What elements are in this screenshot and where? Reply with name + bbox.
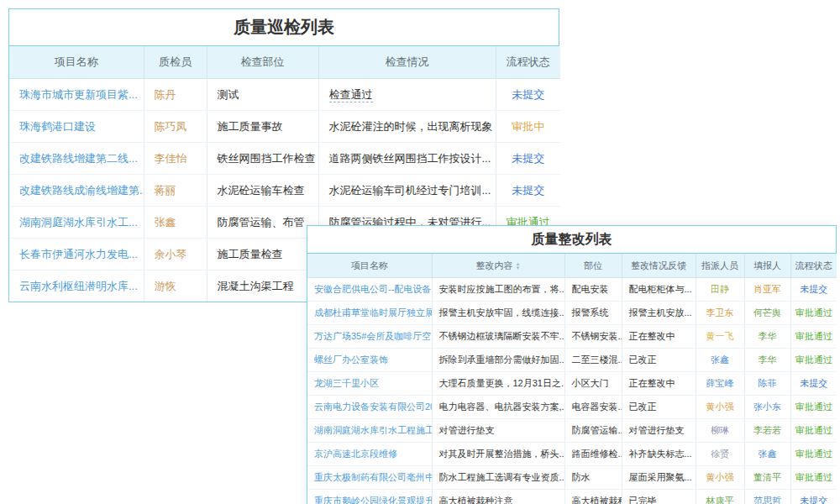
flow-status-cell: 审批通过 <box>790 302 837 325</box>
column-header-label: 流程状态 <box>795 260 832 270</box>
status-badge: 审批通过 <box>795 307 832 318</box>
project-link[interactable]: 云南电力设备安装有限公司20... <box>314 402 432 412</box>
feedback-cell: 正在整改中 <box>622 325 696 349</box>
status-badge: 审批通过 <box>795 354 832 365</box>
project-link[interactable]: 万达广场35#会所及咖啡厅空... <box>314 331 432 341</box>
reporter-cell: 张鑫 <box>744 443 790 466</box>
rectification-row: 重庆太极制药有限公司亳州中...防水工程施工选调有专业资质...防水屋面采用聚氨… <box>307 466 837 490</box>
rectification-row: 螺丝厂办公室装饰拆除到承重墙部分需做好加固...二至三楼混...已改正张鑫李华审… <box>307 349 837 372</box>
project-name-cell: 京沪高速北京段维修 <box>307 443 432 466</box>
assignee-cell: 李卫东 <box>696 302 744 325</box>
reporter-cell: 何芒舆 <box>744 302 790 325</box>
assignee-cell: 林康平 <box>696 490 744 504</box>
rectify-content-cell: 大理石质量更换，12月31日之... <box>432 372 564 396</box>
feedback-cell: 补齐缺失标志... <box>622 443 696 466</box>
part-cell: 高大植被栽种 <box>564 490 622 504</box>
column-header-part: 检查部位 <box>207 46 318 79</box>
rectification-row: 湖南洞庭湖水库引水工程施工1标对管进行垫支防腐管运输...对管进行垫支柳琳李若若… <box>307 419 837 443</box>
rectify-content-cell: 报警主机安放牢固，线缆连接... <box>432 302 564 325</box>
inspection-part-cell: 铁丝网围挡工作检查 <box>207 143 318 175</box>
rectification-row: 成都杜甫草堂临时展厅独立展...报警主机安放牢固，线缆连接...报警系统报警主机… <box>307 302 837 325</box>
inspector-cell: 游恢 <box>144 270 207 302</box>
column-header-label: 项目名称 <box>55 55 98 68</box>
project-link[interactable]: 湖南洞庭湖水库引水工... <box>19 216 138 228</box>
project-link[interactable]: 长春市伊通河水力发电... <box>19 248 138 260</box>
project-link[interactable]: 珠海市城市更新项目紫... <box>19 88 138 101</box>
column-header-status: 流程状态 <box>790 254 837 278</box>
project-name-cell: 改建铁路线增建第二线... <box>9 143 144 175</box>
part-cell: 配电安装 <box>564 278 622 302</box>
project-link[interactable]: 湖南洞庭湖水库引水工程施工1标 <box>314 425 432 435</box>
inspector-cell: 李佳怡 <box>144 143 207 175</box>
inspector-cell: 陈巧凤 <box>144 111 207 143</box>
rectification-row: 云南电力设备安装有限公司20...电力电容器、电抗器安装方案,...电容器安装.… <box>307 396 837 419</box>
project-link[interactable]: 安徽合肥供电公司--配电设备... <box>314 284 432 294</box>
project-name-cell: 螺丝厂办公室装饰 <box>307 349 432 372</box>
project-name-cell: 云南水利枢纽潜明水库... <box>9 270 144 302</box>
part-cell: 电容器安装... <box>564 396 622 419</box>
part-cell: 防水 <box>564 466 622 490</box>
project-link[interactable]: 重庆太极制药有限公司亳州中... <box>314 472 432 482</box>
column-header-part: 部位 <box>564 254 622 278</box>
project-link[interactable]: 龙湖三千里小区 <box>314 378 379 388</box>
project-name-cell: 长春市伊通河水力发电... <box>9 239 144 270</box>
situation-text: 检查通过 <box>329 88 373 102</box>
inspector-cell: 张鑫 <box>144 207 207 239</box>
column-header-reporter: 填报人 <box>744 254 790 278</box>
column-header-feedback: 整改情况反馈 <box>622 254 696 278</box>
rectification-list-title: 质量整改列表 <box>307 226 836 254</box>
flow-status-cell: 审批通过 <box>790 466 837 490</box>
project-link[interactable]: 云南水利枢纽潜明水库... <box>19 280 138 292</box>
rectification-row: 安徽合肥供电公司--配电设备...安装时应按施工图的布置，将...配电安装配电柜… <box>307 278 837 302</box>
inspection-situation-cell: 水泥砼灌注的时候，出现离析现象 <box>318 111 496 143</box>
project-link[interactable]: 珠海鹤港口建设 <box>19 120 96 133</box>
assignee-cell: 张鑫 <box>696 349 744 372</box>
reporter-cell: 范思哲 <box>744 490 790 504</box>
flow-status-cell: 未提交 <box>496 79 560 111</box>
feedback-cell: 已改正 <box>622 396 696 419</box>
project-name-cell: 改建铁路线成渝线增建第... <box>9 175 144 207</box>
flow-status-cell: 审批通过 <box>790 396 837 419</box>
rectify-content-cell: 对管进行垫支 <box>432 419 564 443</box>
assignee-cell: 柳琳 <box>696 419 744 443</box>
column-header-situation: 检查情况 <box>318 46 496 79</box>
project-link[interactable]: 重庆市鹅岭公园绿化景观提升... <box>314 496 432 504</box>
project-name-cell: 龙湖三千里小区 <box>307 372 432 396</box>
part-cell: 报警系统 <box>564 302 622 325</box>
inspection-situation-cell: 水泥砼运输车司机经过专门培训... <box>318 175 496 207</box>
reporter-cell: 董清平 <box>744 466 790 490</box>
status-badge: 审批通过 <box>795 425 832 435</box>
project-name-cell: 湖南洞庭湖水库引水工程施工1标 <box>307 419 432 443</box>
flow-status-cell: 审批通过 <box>790 419 837 443</box>
flow-status-cell: 审批通过 <box>790 325 837 349</box>
assignee-cell: 黄小强 <box>696 466 744 490</box>
project-link[interactable]: 改建铁路线成渝线增建第... <box>19 184 144 197</box>
column-header-label: 整改情况反馈 <box>631 260 686 270</box>
flow-status-cell: 未提交 <box>496 143 560 175</box>
column-header-label: 整改内容 <box>476 260 513 270</box>
flow-status-cell: 未提交 <box>790 372 837 396</box>
sort-icon[interactable]: ▲▼ <box>516 262 521 270</box>
project-name-cell: 安徽合肥供电公司--配电设备... <box>307 278 432 302</box>
column-header-label: 检查部位 <box>241 55 285 68</box>
inspection-situation-cell: 检查通过 <box>318 79 496 111</box>
feedback-cell: 已改正 <box>622 349 696 372</box>
flow-status-cell: 未提交 <box>496 175 560 207</box>
feedback-cell: 对管进行垫支 <box>622 419 696 443</box>
project-link[interactable]: 京沪高速北京段维修 <box>314 449 397 459</box>
inspector-cell: 蒋丽 <box>144 175 207 207</box>
column-header-project: 项目名称 <box>9 46 144 79</box>
part-cell: 防腐管运输... <box>564 419 622 443</box>
project-link[interactable]: 成都杜甫草堂临时展厅独立展... <box>314 307 432 318</box>
project-link[interactable]: 改建铁路线增建第二线... <box>19 152 138 165</box>
status-badge: 未提交 <box>512 152 544 165</box>
sort-down-caret: ▼ <box>516 266 521 270</box>
column-header-inspector: 质检员 <box>144 46 207 79</box>
inspection-row: 珠海市城市更新项目紫...陈丹测试检查通过未提交 <box>9 79 560 111</box>
inspection-part-cell: 测试 <box>207 79 318 111</box>
project-link[interactable]: 螺丝厂办公室装饰 <box>314 354 388 365</box>
inspection-part-cell: 水泥砼运输车检查 <box>207 175 318 207</box>
inspection-part-cell: 防腐管运输、布管 <box>207 207 318 239</box>
assignee-cell: 黄一飞 <box>696 325 744 349</box>
inspector-cell: 余小琴 <box>144 239 207 270</box>
